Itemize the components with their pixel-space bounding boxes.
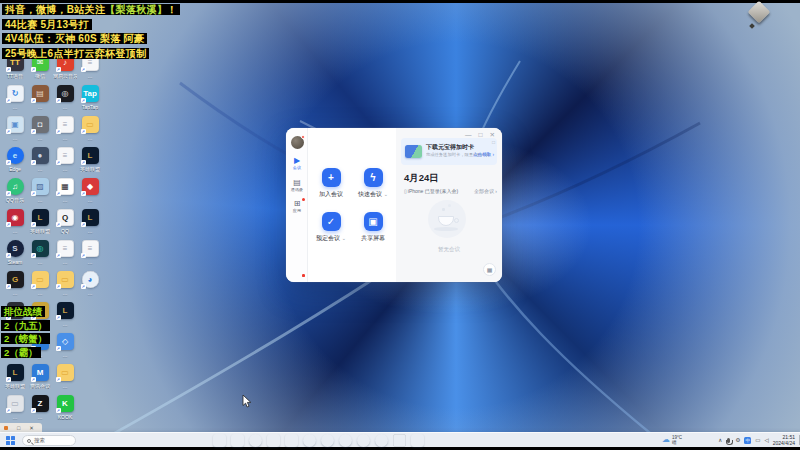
desktop-shortcut[interactable]: L 英雄联盟 [28, 209, 52, 234]
all-meetings-link[interactable]: 全部会议 › [474, 188, 497, 194]
taskbar-app-icon[interactable] [249, 434, 262, 447]
desktop-shortcut[interactable]: Tap TapTap [78, 85, 102, 110]
taskbar-app-icon[interactable] [375, 434, 388, 447]
desktop-shortcut[interactable]: ≡ … [53, 240, 77, 265]
bolt-icon: ϟ [364, 168, 383, 187]
desktop-shortcut-icon: M [32, 364, 49, 381]
desktop-shortcut[interactable]: ▦ … [53, 178, 77, 203]
taskbar-app-icon[interactable] [231, 434, 244, 447]
desktop-shortcut[interactable]: ▣ … [3, 116, 27, 141]
speaker-icon[interactable]: ◁ [765, 437, 769, 444]
settings-gear-icon[interactable]: ⚙ [735, 437, 740, 444]
desktop-shortcut[interactable]: ▤ … [28, 85, 52, 110]
desktop-shortcut[interactable]: ≡ … [53, 116, 77, 141]
taskbar-app-icon[interactable] [321, 434, 334, 447]
maximize-button[interactable]: □ [479, 131, 483, 139]
desktop-shortcut[interactable]: ◘ … [28, 116, 52, 141]
desktop-shortcut[interactable]: L … [53, 302, 77, 327]
avatar[interactable] [291, 136, 304, 149]
taskbar-search[interactable]: 搜索 [22, 435, 76, 446]
meeting-nav: ▶ 会议 ▤ 通讯录 ⊞ 应用 [286, 156, 308, 221]
desktop-shortcut[interactable]: ▭ … [3, 395, 27, 420]
taskbar-app-icon[interactable] [357, 434, 370, 447]
taskbar-app-icon[interactable] [339, 434, 352, 447]
ranked-stats-overlay: 排位战绩2（九五）2（螃蟹）2（霸） [1, 304, 50, 358]
ranked-line: 排位战绩 [1, 304, 50, 318]
taskbar-app-icon[interactable] [303, 434, 316, 447]
desktop-shortcut[interactable]: ◕ … [78, 271, 102, 296]
desktop-shortcut[interactable]: L … [78, 209, 102, 234]
promo-banner[interactable]: 下载元宝得加时卡 完成任务送加时卡，限量先到先得 点击领取 › □ [401, 138, 497, 165]
meeting-nav-item[interactable]: ▶ 会议 [286, 156, 308, 171]
share-screen-button[interactable]: ▣ 共享屏幕 [355, 212, 391, 242]
ime-indicator[interactable]: 中 [744, 437, 751, 444]
desktop-shortcut[interactable]: ≡ … [78, 240, 102, 265]
chevron-down-icon[interactable]: ⌄ [384, 191, 388, 197]
desktop-shortcut-label: QQ音乐 [3, 197, 27, 203]
desktop-shortcut[interactable]: ◆ … [78, 178, 102, 203]
close-button[interactable]: ✕ [29, 425, 34, 431]
desktop-shortcut[interactable]: ↻ … [3, 85, 27, 110]
taskbar-app-icon[interactable] [393, 434, 406, 447]
desktop-shortcut[interactable]: ▭ … [53, 271, 77, 296]
monitor-icon[interactable]: ▭ [755, 437, 760, 444]
desktop-shortcut-label: … [53, 197, 77, 203]
taskbar-app-icon[interactable] [213, 434, 226, 447]
ranked-line: 2（九五） [1, 318, 50, 332]
schedule-meeting-button[interactable]: ✓ 预定会议 ⌄ [313, 212, 349, 242]
system-tray: ∧ ⚙ 中 ▭ ◁ 21:51 2024/4/24 [718, 433, 795, 448]
desktop-shortcut[interactable]: ◎ … [53, 85, 77, 110]
chevron-down-icon[interactable]: ⌄ [342, 235, 346, 241]
desktop-shortcut[interactable]: Z … [28, 395, 52, 420]
desktop-shortcut-label: … [53, 104, 77, 110]
desktop-shortcut[interactable]: ▭ … [28, 271, 52, 296]
desktop-shortcut[interactable]: ▭ … [78, 116, 102, 141]
desktop-shortcut[interactable]: ◇ … [53, 333, 77, 358]
desktop-shortcut[interactable]: ◎ … [28, 240, 52, 265]
taskbar-weather-widget[interactable]: ☁ 19°C 晴 [662, 435, 682, 445]
maximize-button[interactable]: □ [17, 425, 20, 431]
desktop-shortcut[interactable]: Q QQ [53, 209, 77, 234]
meeting-nav-item[interactable]: ⊞ 应用 [286, 199, 308, 214]
desktop-shortcut[interactable]: ▨ … [28, 178, 52, 203]
taskbar-app-icon[interactable] [267, 434, 280, 447]
quick-meeting-button[interactable]: ϟ 快速会议 ⌄ [355, 168, 391, 198]
close-button[interactable]: ✕ [490, 131, 495, 139]
desktop-shortcut[interactable]: ▭ … [53, 364, 77, 389]
desktop-shortcut[interactable]: ≡ … [53, 147, 77, 172]
desktop-shortcut[interactable]: e Edge [3, 147, 27, 172]
desktop-shortcut[interactable]: M 腾讯会议 [28, 364, 52, 389]
desktop-shortcut[interactable]: ♫ QQ音乐 [3, 178, 27, 203]
taskbar-app-icon[interactable] [285, 434, 298, 447]
nav-label: 通讯录 [287, 187, 307, 192]
desktop-shortcut-label: … [3, 104, 27, 110]
background-window-titlebar[interactable]: □ ✕ [0, 423, 42, 432]
taskbar-clock[interactable]: 21:51 2024/4/24 [773, 435, 795, 446]
history-calendar-button[interactable]: ▦ [483, 263, 496, 276]
desktop-shortcut[interactable]: G … [3, 271, 27, 296]
tray-chevron-up-icon[interactable]: ∧ [718, 437, 722, 444]
desktop-shortcut-label: … [78, 135, 102, 141]
desktop-shortcut-label: Steam [3, 259, 27, 265]
desktop-shortcut[interactable]: ● … [28, 147, 52, 172]
desktop-shortcut[interactable]: K KOOK [53, 395, 77, 420]
promo-claim-link[interactable]: 点击领取 › [473, 152, 494, 157]
desktop-shortcut-icon: ◆ [82, 178, 99, 195]
weather-condition: 晴 [672, 440, 677, 445]
meeting-nav-item[interactable]: ▤ 通讯录 [286, 178, 308, 193]
background-window-icon [4, 426, 8, 430]
microphone-icon[interactable] [727, 438, 730, 443]
screen: TT TT语音 ✉ 微信 ♪ 网易云音乐 ≡ … ↻ … ▤ … [0, 0, 800, 450]
start-button[interactable] [6, 436, 15, 445]
minimize-button[interactable]: — [465, 131, 472, 139]
desktop-shortcut[interactable]: L 英雄联盟 [78, 147, 102, 172]
promo-dismiss-icon[interactable]: □ [492, 139, 495, 145]
desktop-shortcut[interactable]: ◉ … [3, 209, 27, 234]
desktop-shortcut-label: … [28, 414, 52, 420]
join-meeting-button[interactable]: + 加入会议 [313, 168, 349, 198]
taskbar-app-icon[interactable] [411, 434, 424, 447]
desktop-shortcut-label: 微信 [28, 73, 52, 79]
search-placeholder: 搜索 [34, 437, 45, 444]
desktop-shortcut[interactable]: L 英雄联盟 [3, 364, 27, 389]
desktop-shortcut[interactable]: S Steam [3, 240, 27, 265]
